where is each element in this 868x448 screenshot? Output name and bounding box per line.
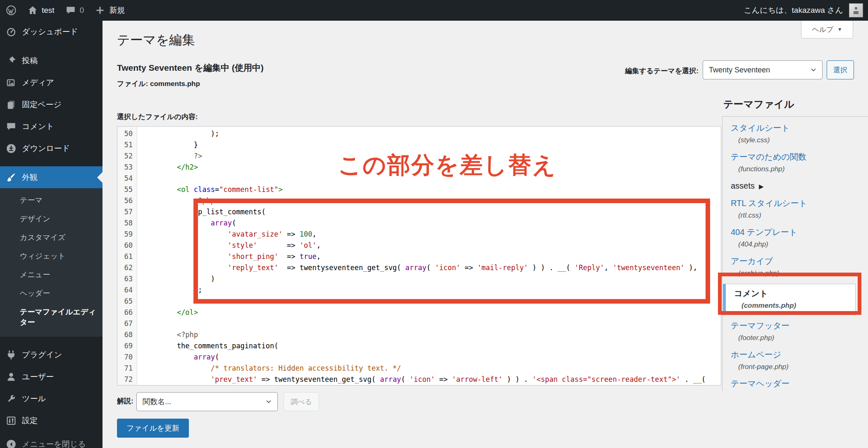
line-content: ?> — [137, 151, 202, 162]
code-line-71: 71 /* translators: Hidden accessibility … — [117, 363, 721, 374]
theme-file-filename: (functions.php) — [731, 163, 868, 175]
submenu-item-0[interactable]: テーマ — [0, 191, 103, 210]
line-number: 61 — [117, 251, 137, 262]
tools-icon — [6, 393, 17, 404]
admin-bar-comments[interactable]: 0 — [65, 5, 84, 16]
admin-sidebar: ダッシュボード投稿メディア固定ページコメントダウンロード外観テーマデザインカスタ… — [0, 21, 103, 448]
theme-select-dropdown[interactable]: Twenty Seventeen — [703, 60, 823, 79]
line-content: } — [137, 139, 198, 151]
wordpress-icon — [6, 5, 17, 16]
theme-select-apply-button[interactable]: 選択 — [827, 60, 854, 79]
editing-status: Twenty Seventeen を編集中 (使用中) — [117, 62, 264, 74]
submenu-item-5[interactable]: ヘッダー — [0, 284, 103, 303]
theme-file-link[interactable]: テーマのための関数 — [731, 151, 868, 163]
admin-bar-new-menu[interactable]: 新規 — [95, 5, 125, 16]
pin-icon — [6, 55, 17, 66]
chevron-down-icon — [810, 66, 817, 74]
line-number: 63 — [117, 273, 137, 285]
line-number: 52 — [117, 151, 137, 162]
sidebar-item-9[interactable]: ツール — [0, 388, 103, 410]
download-icon — [6, 143, 17, 154]
sidebar-item-label: メディア — [22, 77, 54, 88]
user-icon — [6, 371, 17, 382]
theme-file-link[interactable]: 404 テンプレート — [731, 226, 868, 238]
wp-logo-menu[interactable] — [6, 5, 17, 16]
help-tab-button[interactable]: ヘルプ ▼ — [801, 21, 853, 38]
help-label: ヘルプ — [812, 25, 833, 34]
sidebar-item-10[interactable]: 設定 — [0, 410, 103, 431]
plugin-icon — [6, 350, 17, 360]
sidebar-item-3[interactable]: 固定ページ — [0, 93, 103, 115]
theme-file-item-8: ホームページ(front-page.php) — [731, 348, 868, 373]
line-number: 66 — [117, 307, 137, 318]
line-content: </h2> — [137, 162, 198, 173]
sidebar-item-1[interactable]: 投稿 — [0, 50, 103, 72]
sidebar-item-label: メニューを閉じる — [22, 439, 86, 448]
line-content: 'prev_text' => twentyseventeen_get_svg( … — [137, 374, 706, 385]
sidebar-item-4[interactable]: コメント — [0, 115, 103, 137]
folder-arrow-icon: ▶ — [757, 183, 764, 190]
sidebar-item-label: 外観 — [22, 172, 38, 183]
code-line-70: 70 array( — [117, 352, 721, 363]
line-content: the_comments_pagination( — [137, 340, 279, 352]
docs-dropdown-value: 関数名... — [143, 397, 171, 407]
submenu-item-1[interactable]: デザイン — [0, 210, 103, 228]
code-line-66: 66 </ol> — [117, 307, 721, 318]
update-file-button[interactable]: ファイルを更新 — [117, 419, 189, 438]
admin-bar-greeting[interactable]: こんにちは、takazawa さん — [744, 5, 843, 16]
dashboard-icon — [6, 26, 17, 37]
avatar[interactable] — [849, 3, 863, 17]
line-content — [137, 173, 147, 184]
file-content-label: 選択したファイルの内容: — [117, 112, 198, 122]
annotation-code-highlight-box — [193, 199, 710, 304]
sidebar-item-0[interactable]: ダッシュボード — [0, 21, 103, 43]
docs-label: 解説: — [117, 396, 134, 406]
code-line-51: 51 } — [117, 139, 721, 151]
admin-bar-site-link[interactable]: test — [27, 5, 55, 16]
sidebar-item-8[interactable]: ユーザー — [0, 366, 103, 388]
line-number: 51 — [117, 139, 137, 151]
sidebar-item-label: 設定 — [22, 415, 38, 426]
sidebar-item-6[interactable]: 外観 — [0, 166, 103, 188]
submenu-item-6[interactable]: テーマファイルエディター — [0, 303, 103, 332]
theme-file-link[interactable]: テーマフッター — [731, 319, 868, 332]
line-content: <ol class="comment-list"> — [137, 184, 283, 195]
admin-bar-new-label: 新規 — [109, 5, 125, 16]
code-line-50: 50 ); — [117, 128, 721, 139]
sidebar-item-label: ツール — [22, 393, 46, 404]
theme-file-link[interactable]: テーマヘッダー — [731, 377, 868, 390]
line-number: 53 — [117, 162, 137, 173]
line-number: 60 — [117, 240, 137, 251]
line-content: array( — [137, 352, 219, 363]
submenu-item-3[interactable]: ウィジェット — [0, 247, 103, 266]
sidebar-item-2[interactable]: メディア — [0, 72, 103, 93]
admin-bar-comment-count: 0 — [80, 6, 84, 15]
line-number: 57 — [117, 206, 137, 218]
line-content: ?> — [137, 296, 202, 307]
docs-lookup-button[interactable]: 調べる — [284, 392, 319, 411]
line-number: 67 — [117, 318, 137, 329]
sidebar-item-label: プラグイン — [22, 350, 62, 360]
theme-file-filename: (style.css) — [731, 134, 868, 146]
sidebar-item-label: ダウンロード — [22, 143, 70, 154]
submenu-item-2[interactable]: カスタマイズ — [0, 228, 103, 247]
line-number: 55 — [117, 184, 137, 195]
theme-file-filename: (front-page.php) — [731, 361, 868, 373]
theme-file-link[interactable]: アーカイブ — [731, 255, 868, 267]
theme-file-link[interactable]: ホームページ — [731, 348, 868, 361]
theme-file-item-4: 404 テンプレート(404.php) — [731, 226, 868, 251]
code-line-67: 67 — [117, 318, 721, 329]
sidebar-item-11[interactable]: メニューを閉じる — [0, 433, 103, 448]
admin-bar-site-name: test — [42, 6, 55, 15]
line-number: 70 — [117, 352, 137, 363]
submenu-item-4[interactable]: メニュー — [0, 266, 103, 284]
theme-file-link[interactable]: スタイルシート — [731, 122, 868, 134]
theme-file-filename: (footer.php) — [731, 332, 868, 344]
sidebar-item-7[interactable]: プラグイン — [0, 344, 103, 366]
comment-icon — [6, 121, 17, 132]
docs-function-dropdown[interactable]: 関数名... — [136, 392, 278, 411]
theme-folder-link[interactable]: assets ▶ — [731, 180, 868, 193]
sidebar-item-5[interactable]: ダウンロード — [0, 137, 103, 159]
theme-file-link[interactable]: RTL スタイルシート — [731, 197, 868, 209]
theme-select-value: Twenty Seventeen — [709, 66, 770, 74]
